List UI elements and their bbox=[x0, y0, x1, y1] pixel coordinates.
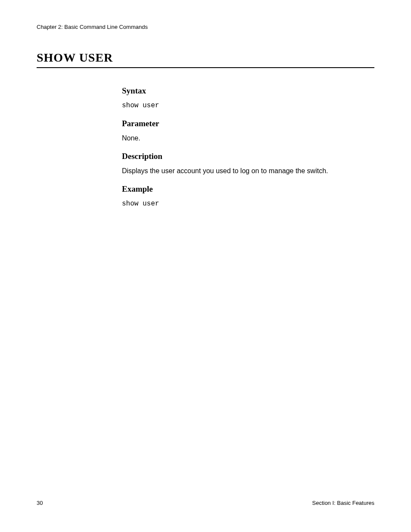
section-label: Section I: Basic Features bbox=[312, 500, 374, 506]
page-number: 30 bbox=[37, 500, 43, 506]
parameter-heading: Parameter bbox=[122, 119, 374, 128]
example-heading: Example bbox=[122, 184, 374, 194]
chapter-label: Chapter 2: Basic Command Line Commands bbox=[37, 24, 148, 30]
description-heading: Description bbox=[122, 152, 374, 161]
parameter-text: None. bbox=[122, 134, 374, 142]
description-text: Displays the user account you used to lo… bbox=[122, 167, 374, 175]
syntax-heading: Syntax bbox=[122, 86, 374, 96]
page-header: Chapter 2: Basic Command Line Commands bbox=[37, 24, 374, 30]
page-title: SHOW USER bbox=[37, 51, 374, 68]
content-block: Syntax show user Parameter None. Descrip… bbox=[122, 86, 374, 208]
example-text: show user bbox=[122, 200, 374, 208]
page-footer: 30 Section I: Basic Features bbox=[37, 500, 374, 506]
syntax-text: show user bbox=[122, 102, 374, 109]
